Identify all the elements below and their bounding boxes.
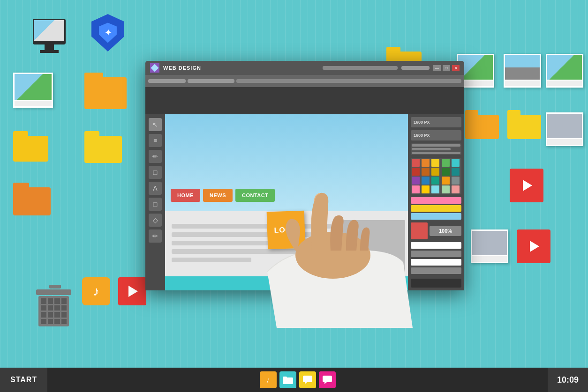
right-photo-3: [546, 54, 583, 88]
svg-marker-6: [324, 382, 327, 384]
maximize-button[interactable]: □: [443, 65, 450, 71]
content-line-2: [172, 232, 332, 237]
right-play-2: [517, 229, 550, 263]
right-folder-3: [507, 110, 541, 139]
height-field[interactable]: 1600 PX: [411, 130, 461, 141]
taskbar-music-icon[interactable]: ♪: [260, 371, 277, 388]
right-play-1: [510, 169, 543, 202]
prop-bar-1: [411, 242, 461, 249]
news-nav-btn[interactable]: NEWS: [203, 189, 233, 202]
canvas-area: HOME NEWS CONTACT LOGO: [165, 114, 408, 290]
brush-tool[interactable]: ✏: [149, 229, 162, 243]
contact-nav-btn[interactable]: CONTACT: [235, 189, 275, 202]
diamond-tool[interactable]: ◇: [149, 214, 162, 227]
svg-marker-4: [305, 382, 307, 384]
text-tool[interactable]: A: [149, 182, 162, 195]
prop-bar-2: [411, 251, 461, 257]
play-media-icon-left: [118, 277, 146, 305]
content-line-3: [172, 241, 283, 245]
system-clock: 10:09: [548, 368, 588, 392]
property-bars: [411, 242, 461, 274]
svg-rect-2: [283, 377, 287, 379]
minimize-button[interactable]: —: [433, 65, 441, 71]
right-photo-4: [546, 112, 583, 146]
taskbar: START ♪ 10:09: [0, 368, 588, 392]
design-app-window: WEB DESIGN — □ ✕ ↖ ≡ ✏ □ A □ ◇ ✏: [145, 61, 464, 290]
color-palette[interactable]: [411, 158, 461, 194]
window-titlebar: WEB DESIGN — □ ✕: [145, 61, 464, 75]
canvas-bottom-strip: [165, 276, 408, 290]
right-photo-2: [504, 54, 541, 88]
shield-icon: ✦: [91, 14, 124, 52]
pencil-tool[interactable]: ✏: [149, 150, 162, 163]
prop-bar-3: [411, 259, 461, 266]
logo-text: LOGO: [274, 225, 298, 235]
rect-tool[interactable]: □: [149, 166, 162, 179]
monitor-icon: [28, 19, 70, 61]
taskbar-icons: ♪: [47, 371, 548, 388]
note-strips: [411, 197, 461, 220]
zoom-value: 100%: [439, 228, 452, 234]
content-line-5: [172, 258, 251, 262]
trash-icon: [38, 285, 71, 326]
tool-panel: ↖ ≡ ✏ □ A □ ◇ ✏: [145, 114, 165, 290]
right-photo-6: [471, 229, 508, 263]
prop-bar-4: [411, 267, 461, 274]
svg-rect-3: [303, 376, 312, 382]
svg-rect-5: [323, 376, 332, 382]
start-button[interactable]: START: [0, 368, 47, 392]
content-line-4: [172, 249, 332, 254]
content-line-1: [172, 224, 332, 229]
shape-tool[interactable]: □: [149, 198, 162, 211]
close-button[interactable]: ✕: [452, 65, 460, 71]
zoom-control[interactable]: 100%: [430, 226, 461, 236]
right-panel: 1600 PX 1600 PX: [408, 114, 464, 290]
logo-note: LOGO: [266, 210, 305, 249]
select-tool[interactable]: ↖: [149, 118, 162, 131]
height-value: 1600 PX: [414, 133, 430, 138]
taskbar-message-icon[interactable]: [319, 371, 336, 388]
left-folder-medium-yellow: [13, 131, 48, 162]
left-photo-1: [13, 73, 53, 108]
music-media-icon: ♪: [82, 277, 110, 305]
left-folder-medium-2: [84, 131, 122, 163]
window-title: WEB DESIGN: [163, 65, 319, 71]
home-nav-btn[interactable]: HOME: [171, 189, 200, 202]
content-area: [168, 220, 335, 266]
right-folder-2: [465, 110, 499, 139]
taskbar-chat-icon[interactable]: [299, 371, 316, 388]
width-value: 1600 PX: [414, 120, 430, 125]
left-folder-orange: [13, 183, 51, 215]
list-tool[interactable]: ≡: [149, 134, 162, 147]
nav-bar: HOME NEWS CONTACT: [168, 186, 405, 205]
left-folder-large-yellow: [84, 73, 127, 109]
width-field[interactable]: 1600 PX: [411, 117, 461, 127]
taskbar-folder-icon[interactable]: [279, 371, 296, 388]
window-controls[interactable]: — □ ✕: [433, 65, 460, 71]
